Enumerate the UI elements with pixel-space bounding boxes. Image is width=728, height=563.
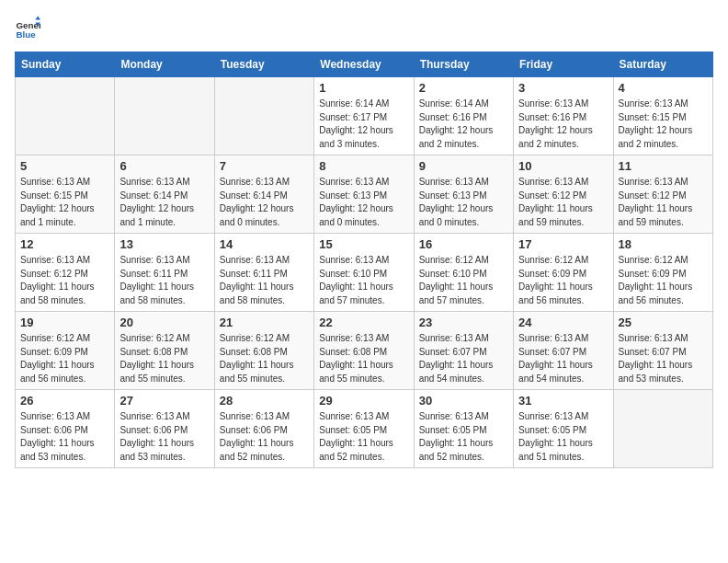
calendar-cell: 29Sunrise: 6:13 AM Sunset: 6:05 PM Dayli… — [314, 390, 414, 468]
day-info: Sunrise: 6:13 AM Sunset: 6:06 PM Dayligh… — [20, 410, 109, 464]
weekday-header: Friday — [514, 52, 613, 77]
calendar-cell: 12Sunrise: 6:13 AM Sunset: 6:12 PM Dayli… — [16, 234, 115, 312]
day-number: 11 — [619, 159, 708, 173]
logo: General Blue — [15, 15, 44, 40]
day-info: Sunrise: 6:13 AM Sunset: 6:12 PM Dayligh… — [619, 176, 708, 229]
day-info: Sunrise: 6:13 AM Sunset: 6:06 PM Dayligh… — [220, 410, 309, 464]
logo-icon: General Blue — [15, 15, 40, 40]
calendar-cell: 2Sunrise: 6:14 AM Sunset: 6:16 PM Daylig… — [414, 77, 513, 155]
calendar-cell: 23Sunrise: 6:13 AM Sunset: 6:07 PM Dayli… — [414, 312, 513, 390]
calendar-cell: 19Sunrise: 6:12 AM Sunset: 6:09 PM Dayli… — [16, 312, 115, 390]
weekday-header-row: SundayMondayTuesdayWednesdayThursdayFrid… — [16, 52, 713, 77]
day-info: Sunrise: 6:12 AM Sunset: 6:09 PM Dayligh… — [20, 332, 109, 385]
calendar-cell: 28Sunrise: 6:13 AM Sunset: 6:06 PM Dayli… — [214, 390, 313, 468]
weekday-header: Saturday — [613, 52, 712, 77]
day-number: 27 — [119, 394, 209, 408]
day-number: 5 — [20, 159, 109, 173]
day-info: Sunrise: 6:12 AM Sunset: 6:09 PM Dayligh… — [518, 254, 608, 307]
day-number: 23 — [419, 316, 508, 329]
day-info: Sunrise: 6:13 AM Sunset: 6:08 PM Dayligh… — [319, 332, 408, 385]
calendar-cell: 24Sunrise: 6:13 AM Sunset: 6:07 PM Dayli… — [514, 312, 613, 390]
calendar-cell: 25Sunrise: 6:13 AM Sunset: 6:07 PM Dayli… — [613, 312, 712, 390]
day-info: Sunrise: 6:14 AM Sunset: 6:17 PM Dayligh… — [319, 98, 408, 151]
day-info: Sunrise: 6:12 AM Sunset: 6:08 PM Dayligh… — [220, 332, 309, 385]
calendar-cell — [115, 77, 214, 155]
calendar-cell: 26Sunrise: 6:13 AM Sunset: 6:06 PM Dayli… — [16, 390, 115, 468]
day-info: Sunrise: 6:13 AM Sunset: 6:14 PM Dayligh… — [220, 176, 309, 229]
day-number: 28 — [220, 394, 309, 408]
day-info: Sunrise: 6:13 AM Sunset: 6:13 PM Dayligh… — [319, 176, 408, 229]
calendar-week-row: 5Sunrise: 6:13 AM Sunset: 6:15 PM Daylig… — [16, 155, 713, 234]
calendar-cell: 21Sunrise: 6:12 AM Sunset: 6:08 PM Dayli… — [214, 312, 313, 390]
day-number: 4 — [619, 81, 708, 95]
weekday-header: Sunday — [16, 52, 115, 77]
calendar-cell: 11Sunrise: 6:13 AM Sunset: 6:12 PM Dayli… — [613, 155, 712, 234]
weekday-header: Tuesday — [214, 52, 313, 77]
calendar-cell: 22Sunrise: 6:13 AM Sunset: 6:08 PM Dayli… — [314, 312, 414, 390]
day-info: Sunrise: 6:13 AM Sunset: 6:05 PM Dayligh… — [319, 410, 408, 464]
day-number: 6 — [119, 159, 209, 173]
day-info: Sunrise: 6:13 AM Sunset: 6:12 PM Dayligh… — [20, 254, 109, 307]
day-number: 19 — [20, 316, 109, 329]
calendar-cell — [613, 390, 712, 468]
day-number: 7 — [220, 159, 309, 173]
calendar-cell — [16, 77, 115, 155]
day-number: 24 — [518, 316, 608, 329]
day-info: Sunrise: 6:13 AM Sunset: 6:07 PM Dayligh… — [419, 332, 508, 385]
calendar-cell: 6Sunrise: 6:13 AM Sunset: 6:14 PM Daylig… — [115, 155, 214, 234]
day-number: 31 — [518, 394, 608, 408]
day-info: Sunrise: 6:12 AM Sunset: 6:08 PM Dayligh… — [119, 332, 209, 385]
calendar-cell: 16Sunrise: 6:12 AM Sunset: 6:10 PM Dayli… — [414, 234, 513, 312]
day-number: 12 — [20, 237, 109, 251]
svg-text:Blue: Blue — [16, 29, 36, 40]
calendar-cell: 27Sunrise: 6:13 AM Sunset: 6:06 PM Dayli… — [115, 390, 214, 468]
day-info: Sunrise: 6:13 AM Sunset: 6:12 PM Dayligh… — [518, 176, 608, 229]
day-info: Sunrise: 6:13 AM Sunset: 6:15 PM Dayligh… — [20, 176, 109, 229]
day-number: 17 — [518, 237, 608, 251]
calendar-cell: 3Sunrise: 6:13 AM Sunset: 6:16 PM Daylig… — [514, 77, 613, 155]
day-number: 29 — [319, 394, 408, 408]
calendar-cell — [214, 77, 313, 155]
day-number: 15 — [319, 237, 408, 251]
calendar-cell: 30Sunrise: 6:13 AM Sunset: 6:05 PM Dayli… — [414, 390, 513, 468]
day-info: Sunrise: 6:13 AM Sunset: 6:07 PM Dayligh… — [518, 332, 608, 385]
calendar-cell: 4Sunrise: 6:13 AM Sunset: 6:15 PM Daylig… — [613, 77, 712, 155]
day-number: 1 — [319, 81, 408, 95]
svg-marker-2 — [35, 16, 40, 19]
day-info: Sunrise: 6:13 AM Sunset: 6:15 PM Dayligh… — [619, 98, 708, 151]
day-info: Sunrise: 6:12 AM Sunset: 6:09 PM Dayligh… — [619, 254, 708, 307]
day-info: Sunrise: 6:13 AM Sunset: 6:16 PM Dayligh… — [518, 98, 608, 151]
calendar-cell: 15Sunrise: 6:13 AM Sunset: 6:10 PM Dayli… — [314, 234, 414, 312]
weekday-header: Monday — [115, 52, 214, 77]
calendar-cell: 18Sunrise: 6:12 AM Sunset: 6:09 PM Dayli… — [613, 234, 712, 312]
day-info: Sunrise: 6:13 AM Sunset: 6:07 PM Dayligh… — [619, 332, 708, 385]
calendar-cell: 13Sunrise: 6:13 AM Sunset: 6:11 PM Dayli… — [115, 234, 214, 312]
calendar-cell: 20Sunrise: 6:12 AM Sunset: 6:08 PM Dayli… — [115, 312, 214, 390]
day-number: 2 — [419, 81, 508, 95]
calendar-cell: 5Sunrise: 6:13 AM Sunset: 6:15 PM Daylig… — [16, 155, 115, 234]
weekday-header: Thursday — [414, 52, 513, 77]
day-number: 21 — [220, 316, 309, 329]
day-number: 30 — [419, 394, 508, 408]
day-info: Sunrise: 6:13 AM Sunset: 6:05 PM Dayligh… — [419, 410, 508, 464]
day-number: 9 — [419, 159, 508, 173]
calendar-week-row: 12Sunrise: 6:13 AM Sunset: 6:12 PM Dayli… — [16, 234, 713, 312]
calendar: SundayMondayTuesdayWednesdayThursdayFrid… — [15, 52, 713, 468]
day-info: Sunrise: 6:13 AM Sunset: 6:06 PM Dayligh… — [119, 410, 209, 464]
calendar-week-row: 1Sunrise: 6:14 AM Sunset: 6:17 PM Daylig… — [16, 77, 713, 155]
day-number: 26 — [20, 394, 109, 408]
calendar-cell: 9Sunrise: 6:13 AM Sunset: 6:13 PM Daylig… — [414, 155, 513, 234]
day-info: Sunrise: 6:13 AM Sunset: 6:11 PM Dayligh… — [220, 254, 309, 307]
weekday-header: Wednesday — [314, 52, 414, 77]
day-number: 20 — [119, 316, 209, 329]
calendar-cell: 8Sunrise: 6:13 AM Sunset: 6:13 PM Daylig… — [314, 155, 414, 234]
calendar-cell: 1Sunrise: 6:14 AM Sunset: 6:17 PM Daylig… — [314, 77, 414, 155]
day-number: 10 — [518, 159, 608, 173]
calendar-body: 1Sunrise: 6:14 AM Sunset: 6:17 PM Daylig… — [16, 77, 713, 468]
calendar-week-row: 19Sunrise: 6:12 AM Sunset: 6:09 PM Dayli… — [16, 312, 713, 390]
calendar-cell: 31Sunrise: 6:13 AM Sunset: 6:05 PM Dayli… — [514, 390, 613, 468]
day-number: 16 — [419, 237, 508, 251]
day-number: 22 — [319, 316, 408, 329]
day-info: Sunrise: 6:13 AM Sunset: 6:13 PM Dayligh… — [419, 176, 508, 229]
day-number: 8 — [319, 159, 408, 173]
